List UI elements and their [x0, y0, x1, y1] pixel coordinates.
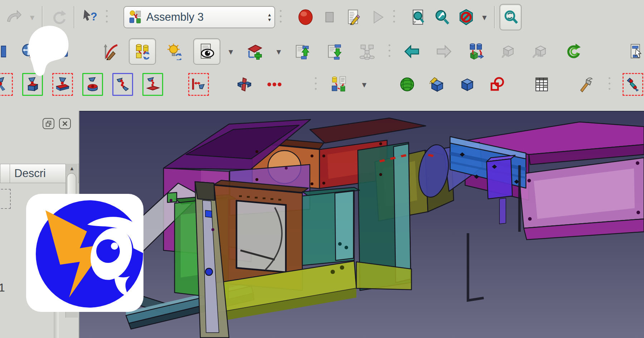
macro-stop-icon — [321, 9, 338, 25]
add-workplane-icon — [246, 43, 263, 60]
axis-sketch-button[interactable] — [97, 38, 124, 65]
close-icon — [62, 120, 68, 127]
toolbar-constraints: ▾ — [0, 69, 644, 100]
macro-record-button[interactable] — [294, 4, 317, 30]
ellipsis-red-icon — [266, 76, 283, 93]
workbench-label: Assembly 3 — [146, 11, 260, 24]
part-tools-button[interactable] — [329, 73, 350, 96]
constraint-axial-alignment-icon — [85, 77, 100, 92]
constraint-same-orientation-button[interactable] — [112, 73, 133, 96]
tree-header-first-column[interactable] — [0, 164, 10, 183]
toolbar-grip — [104, 8, 109, 26]
draw-style-button[interactable] — [455, 4, 477, 30]
hierarchy-icon — [359, 43, 375, 60]
update-parts-button[interactable] — [559, 38, 586, 65]
auto-solve-button[interactable] — [129, 38, 156, 65]
move-item-up-button[interactable] — [289, 38, 316, 65]
clipped-left-button[interactable] — [0, 38, 11, 65]
add-workplane-button[interactable] — [241, 38, 268, 65]
assembly-model — [79, 111, 644, 338]
create-sketch-button[interactable] — [487, 73, 508, 96]
dropdown-caret-icon[interactable]: ▾ — [359, 79, 370, 90]
zoom-fit-all-icon — [410, 9, 426, 25]
whats-this-button[interactable]: ? — [79, 4, 101, 30]
workbench-selector[interactable]: Assembly 3▴▾ — [123, 6, 275, 28]
export-cube-multi-icon — [532, 43, 549, 60]
combo-spinner[interactable]: ▴▾ — [264, 12, 271, 22]
toolbar-grip — [313, 75, 318, 93]
measure-arm-button[interactable] — [623, 73, 643, 96]
export-cube-icon — [500, 43, 517, 60]
toolbar-grip — [387, 43, 392, 60]
toolbar-separator — [74, 6, 75, 28]
toolbar-area: ▾?Assembly 3▴▾▾ ▾▾ ▾ — [0, 0, 644, 111]
whats-this-icon: ? — [82, 9, 98, 25]
mesh-button[interactable] — [397, 73, 418, 96]
macro-play-button[interactable] — [366, 4, 389, 30]
3d-viewport[interactable] — [79, 111, 644, 338]
macro-stop-button[interactable] — [318, 4, 341, 30]
back-button[interactable] — [398, 38, 425, 65]
toolbar-grip — [278, 8, 283, 26]
constraint-attachment-icon — [0, 77, 10, 92]
dock-close-button[interactable] — [59, 118, 71, 129]
select-element-button[interactable] — [623, 38, 644, 65]
export-part-button[interactable] — [495, 38, 522, 65]
part-tools-icon — [331, 76, 348, 93]
create-sketch-icon — [489, 76, 506, 93]
constraint-angle-icon — [145, 77, 160, 92]
auto-solve-icon — [134, 43, 151, 60]
quick-solve-icon — [166, 43, 183, 60]
edit-part-icon — [429, 76, 445, 93]
dock-float-button[interactable] — [43, 118, 54, 129]
constraint-lock-distance-icon — [191, 77, 206, 92]
redo-button[interactable] — [3, 4, 25, 30]
constraint-attachment-button[interactable] — [0, 73, 13, 96]
macro-edit-icon — [345, 9, 362, 25]
axial-move-icon — [236, 77, 252, 92]
constraint-angle-button[interactable] — [142, 73, 163, 96]
export-parts-button[interactable] — [527, 38, 554, 65]
toolbar-grip — [392, 8, 396, 26]
white-blob-overlay — [26, 25, 72, 82]
constraint-lock-distance-button[interactable] — [188, 73, 209, 96]
sync-view-button[interactable] — [499, 4, 522, 30]
draw-style-icon — [458, 9, 474, 25]
dropdown-caret-icon[interactable]: ▾ — [225, 46, 236, 57]
dropdown-caret-icon[interactable]: ▾ — [273, 46, 284, 57]
zoom-fit-all-button[interactable] — [407, 4, 429, 30]
spreadsheet-button[interactable] — [531, 73, 552, 96]
refresh-green-icon — [564, 43, 581, 60]
toolbar-assembly-main: ▾▾ — [0, 34, 644, 69]
select-element-icon — [629, 43, 644, 60]
macro-record-icon — [297, 9, 314, 26]
macro-edit-button[interactable] — [342, 4, 365, 30]
import-part-button[interactable] — [463, 38, 490, 65]
hierarchy-button[interactable] — [353, 38, 381, 65]
edit-part-button[interactable] — [427, 73, 448, 96]
redo-arrow-icon — [6, 9, 22, 25]
element-visibility-button[interactable] — [193, 38, 220, 65]
workbench-tools-button[interactable] — [576, 73, 596, 96]
forward-button[interactable] — [430, 38, 458, 65]
zoom-fit-selection-button[interactable] — [431, 4, 453, 30]
recorder-logo-overlay — [26, 194, 143, 313]
sync-view-icon — [502, 9, 519, 25]
measure-arm-icon — [625, 77, 640, 92]
workbench-hammer-icon — [578, 76, 594, 93]
create-part-icon — [459, 76, 475, 93]
move-item-down-button[interactable] — [321, 38, 348, 65]
workbench-icon — [128, 10, 143, 25]
constraint-axial-alignment-button[interactable] — [82, 73, 103, 96]
dropdown-caret-icon[interactable]: ▾ — [27, 12, 38, 23]
more-constraints-button[interactable] — [264, 73, 285, 96]
create-part-button[interactable] — [457, 73, 478, 96]
quick-solve-button[interactable] — [161, 38, 188, 65]
move-item-up-icon — [294, 43, 311, 60]
nav-back-icon — [403, 43, 420, 60]
axial-move-button[interactable] — [234, 73, 255, 96]
svg-text:?: ? — [91, 10, 97, 23]
toolbar-separator — [494, 6, 495, 28]
dropdown-caret-icon[interactable]: ▾ — [479, 12, 490, 23]
scroll-up-arrow[interactable]: ▲ — [66, 165, 78, 171]
